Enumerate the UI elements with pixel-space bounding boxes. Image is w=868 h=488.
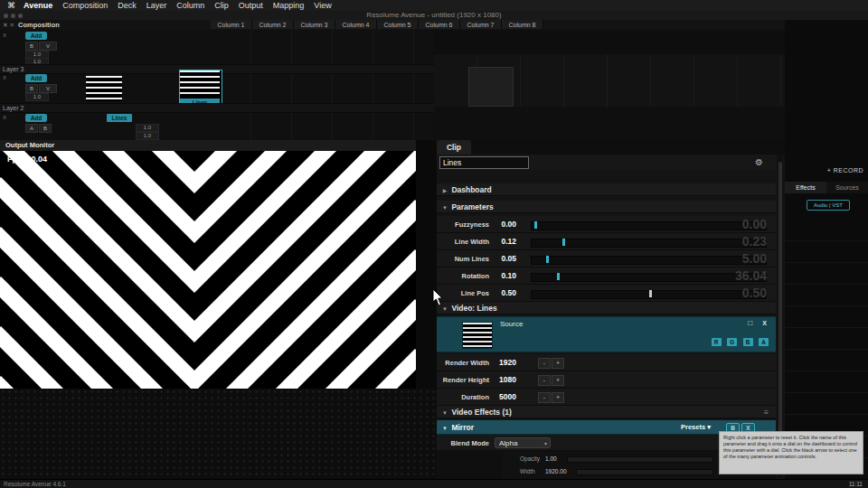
column-header-4[interactable]: Column 4	[335, 20, 377, 29]
layer-value[interactable]: 1.0	[25, 93, 49, 101]
menu-item-column[interactable]: Column	[176, 1, 204, 10]
menu-item-avenue[interactable]: Avenue	[24, 1, 52, 10]
tab-sources[interactable]: Sources	[826, 182, 868, 193]
decrement-button[interactable]: -	[538, 358, 551, 369]
slider-marker[interactable]	[649, 290, 652, 297]
slider-marker[interactable]	[562, 239, 565, 246]
layer-add-button[interactable]: Add	[25, 114, 47, 122]
param-slider[interactable]	[531, 256, 767, 265]
slider-marker[interactable]	[534, 221, 537, 229]
layer-add-button[interactable]: Add	[25, 32, 47, 40]
section-video-effects[interactable]: ▼ Video Effects (1) ≡	[437, 406, 776, 418]
prop-value[interactable]: 1920	[491, 354, 516, 371]
window-close-button[interactable]	[4, 14, 8, 18]
layer-bypass-button[interactable]: B	[25, 42, 38, 51]
param-value[interactable]: 0.12	[491, 233, 516, 250]
chevron-down-icon[interactable]: ▼	[440, 202, 449, 214]
menu-item-output[interactable]: Output	[239, 1, 263, 10]
decrement-button[interactable]: -	[538, 392, 551, 403]
layer-blend-dropdown[interactable]: V	[39, 84, 57, 93]
menu-item-layer[interactable]: Layer	[146, 1, 167, 10]
layer-value[interactable]: 1.0	[136, 132, 159, 140]
menu-item-deck[interactable]: Deck	[118, 1, 137, 10]
layer-value[interactable]: 1.0	[136, 124, 159, 132]
opacity-value[interactable]: 1.00	[545, 454, 557, 465]
width-value[interactable]: 1920.00	[545, 466, 567, 477]
empty-clip-slot[interactable]	[468, 67, 514, 107]
channel-b-toggle[interactable]: B	[743, 338, 753, 346]
increment-button[interactable]: +	[552, 358, 564, 369]
layer-blend-dropdown[interactable]: V	[39, 42, 57, 51]
active-clip-chip[interactable]: Lines	[107, 114, 132, 122]
column-header-5[interactable]: Column 5	[377, 20, 419, 29]
column-header-2[interactable]: Column 2	[252, 20, 294, 29]
opacity-slider[interactable]	[567, 456, 713, 463]
apple-menu-icon[interactable]: ⌘	[7, 1, 15, 10]
gear-icon[interactable]: ⚙	[755, 155, 763, 169]
channel-r-toggle[interactable]: R	[712, 338, 722, 346]
clip-name-input[interactable]: Lines	[439, 156, 529, 169]
layer-name-bar[interactable]: Layer 2	[0, 103, 434, 113]
section-parameters[interactable]: ▼ Parameters	[437, 201, 776, 213]
tab-clip[interactable]: Clip	[437, 140, 471, 155]
increment-button[interactable]: +	[552, 375, 564, 386]
selected-clip[interactable]: Lines	[179, 70, 222, 108]
width-slider[interactable]	[576, 469, 713, 475]
slider-marker[interactable]	[557, 273, 560, 280]
list-icon[interactable]: ≡	[10, 20, 14, 30]
slider-marker[interactable]	[546, 256, 549, 263]
section-dashboard-label: Dashboard	[451, 185, 491, 194]
chevron-down-icon[interactable]: ▼	[440, 407, 449, 419]
param-value[interactable]: 0.05	[491, 250, 516, 267]
param-value[interactable]: 0.10	[491, 267, 516, 285]
column-header-1[interactable]: Column 1	[211, 20, 252, 29]
section-video-lines[interactable]: ▼ Video: Lines	[437, 302, 776, 314]
layer-x-button[interactable]: X	[3, 33, 6, 38]
output-monitor-header[interactable]: Output Monitor	[0, 140, 416, 151]
window-minimize-button[interactable]	[11, 14, 15, 18]
increment-button[interactable]: +	[552, 392, 564, 403]
layer-x-button[interactable]: X	[3, 115, 6, 120]
clip-thumbnail[interactable]	[86, 76, 122, 101]
hamburger-icon[interactable]: ≡	[764, 406, 769, 418]
audio-vst-filter[interactable]: Audio | VST	[807, 200, 850, 211]
blend-mode-dropdown[interactable]: Alpha ▾	[495, 437, 551, 448]
section-dashboard[interactable]: ▶ Dashboard	[437, 183, 776, 196]
column-header-3[interactable]: Column 3	[294, 20, 335, 29]
param-slider[interactable]	[531, 221, 767, 230]
column-header-6[interactable]: Column 6	[419, 20, 460, 29]
chevron-down-icon[interactable]: ▼	[440, 421, 449, 436]
close-icon[interactable]: X	[762, 320, 767, 326]
menu-item-clip[interactable]: Clip	[214, 1, 229, 10]
prop-value[interactable]: 1080	[491, 371, 516, 389]
channel-a-toggle[interactable]: A	[759, 338, 769, 346]
source-thumbnail[interactable]	[462, 322, 493, 349]
presets-dropdown[interactable]: Presets ▾	[681, 420, 711, 435]
decrement-button[interactable]: -	[538, 375, 551, 386]
expand-icon[interactable]: □	[748, 319, 752, 327]
column-header-7[interactable]: Column 7	[460, 20, 502, 29]
menu-item-mapping[interactable]: Mapping	[273, 1, 305, 10]
menu-item-composition[interactable]: Composition	[62, 1, 108, 10]
param-value[interactable]: 0.50	[491, 285, 516, 302]
menu-item-view[interactable]: View	[314, 1, 331, 10]
prop-value[interactable]: 5000	[491, 389, 516, 406]
scrollbar-thumb[interactable]	[778, 162, 782, 433]
tab-effects[interactable]: Effects	[785, 182, 826, 193]
column-header-8[interactable]: Column 8	[502, 20, 543, 29]
param-slider[interactable]	[531, 239, 767, 248]
channel-g-toggle[interactable]: G	[727, 338, 737, 346]
window-zoom-button[interactable]	[18, 14, 23, 18]
close-icon[interactable]: ✕	[3, 20, 8, 30]
source-block[interactable]: Source □ X R G B A	[437, 316, 776, 352]
record-button[interactable]: + RECORD	[827, 167, 863, 174]
chevron-right-icon[interactable]: ▶	[440, 184, 449, 197]
param-slider[interactable]	[531, 273, 767, 282]
param-slider[interactable]	[531, 290, 767, 299]
layer-bypass-button[interactable]: B	[39, 124, 52, 133]
layer-a-button[interactable]: A	[25, 124, 38, 133]
layer-bypass-button[interactable]: B	[25, 84, 38, 93]
layer-x-button[interactable]: X	[3, 75, 6, 80]
layer-add-button[interactable]: Add	[25, 74, 47, 82]
param-value[interactable]: 0.00	[491, 216, 516, 233]
